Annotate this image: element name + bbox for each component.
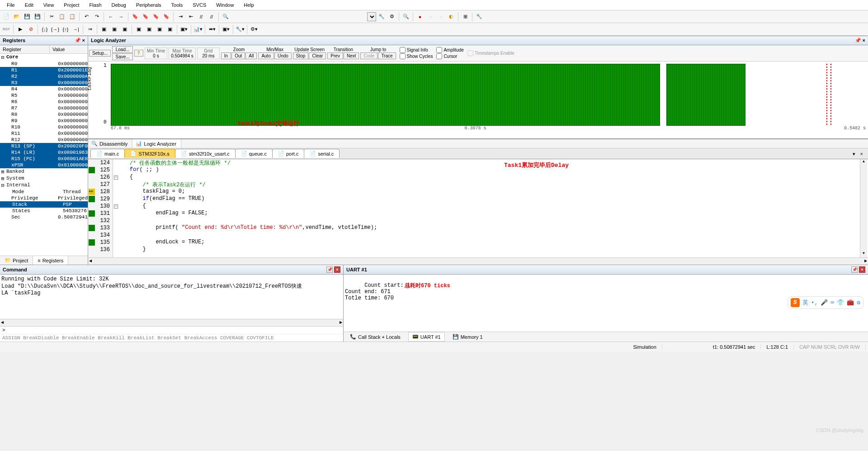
watch-window-icon[interactable]: ▣ [155, 24, 165, 34]
code-scrollbar-h[interactable]: ◀ ▶ [88, 257, 868, 265]
ime-toolbar[interactable]: S 英 •, 🎤 ⌨ 👕 🧰 ⚙ [788, 296, 863, 309]
disassembly-tab[interactable]: 🔍 Disassembly [88, 139, 132, 148]
stop-icon[interactable]: ⊘ [26, 24, 36, 34]
register-row[interactable]: R110x00000000 [0, 130, 88, 137]
register-row[interactable]: PrivilegePrivileged [0, 195, 88, 201]
file-tab-port[interactable]: 📄 port.c [272, 149, 305, 158]
logic-analyzer-tab[interactable]: 📊 Logic Analyzer [132, 139, 181, 148]
system-viewer-icon[interactable]: ▣▾ [221, 24, 231, 34]
run-icon[interactable]: ▶ [15, 24, 25, 34]
ime-lang[interactable]: 英 [802, 299, 808, 307]
command-output[interactable]: Running with Code Size Limit: 32K Load "… [0, 275, 343, 319]
la-amplitude-check[interactable]: Amplitude [436, 47, 463, 53]
uart-tab[interactable]: 📟 UART #1 [408, 332, 445, 342]
step-out-icon[interactable]: {↑} [61, 24, 71, 34]
debug-settings-icon[interactable]: ⚙▾ [249, 24, 259, 34]
uncomment-icon[interactable]: // [207, 12, 217, 22]
la-show-cycles-check[interactable]: Show Cycles [400, 53, 433, 59]
step-into-icon[interactable]: {↓} [40, 24, 50, 34]
nav-forward-icon[interactable]: → [116, 12, 126, 22]
la-stop-button[interactable]: Stop [293, 52, 309, 59]
la-save-button[interactable]: Save... [112, 53, 132, 60]
register-group[interactable]: ⊞Banked [0, 168, 88, 175]
la-code-button[interactable]: Code [360, 52, 377, 59]
la-cursor-check[interactable]: Cursor [436, 53, 463, 59]
reg-group-core[interactable]: ⊟Core [0, 54, 88, 61]
registers-window-icon[interactable]: ▣ [134, 24, 144, 34]
run-to-cursor-icon[interactable]: →| [71, 24, 81, 34]
la-help-button[interactable]: ? [134, 50, 143, 57]
debug-icon[interactable]: 🔍 [401, 12, 411, 22]
menu-help[interactable]: Help [239, 1, 259, 9]
register-row[interactable]: StackPSP [0, 201, 88, 208]
register-row[interactable]: R40x00000000 [0, 86, 88, 92]
project-tab[interactable]: 📁 Project [0, 256, 33, 265]
bookmark-icon[interactable]: 🔖 [130, 12, 140, 22]
register-row[interactable]: ModeThread [0, 189, 88, 195]
target-options-icon[interactable]: 🔧 [377, 12, 387, 22]
uart-output[interactable]: Count start: 1 Count end: 671 Totle time… [344, 275, 868, 332]
breakpoint-enable-icon[interactable]: ○ [425, 12, 435, 22]
register-row[interactable]: R30x00000080 [0, 80, 88, 86]
target-select[interactable] [367, 12, 376, 21]
breakpoint-disable-icon[interactable]: ○ [436, 12, 446, 22]
menu-file[interactable]: File [2, 1, 19, 9]
register-row[interactable]: R00x00000000 [0, 61, 88, 67]
ime-keyboard-icon[interactable]: ⌨ [830, 299, 834, 306]
save-icon[interactable]: 💾 [22, 12, 32, 22]
ime-settings-icon[interactable]: ⚙ [857, 299, 860, 306]
la-zoom-in-button[interactable]: In [221, 52, 231, 59]
code-editor[interactable]: 124125126-127128129130-13113213313413513… [88, 159, 868, 257]
register-row[interactable]: R70x00000000 [0, 105, 88, 111]
symbols-window-icon[interactable]: ▣ [120, 24, 130, 34]
register-row[interactable]: Sec0.50872941 [0, 214, 88, 220]
la-prev-button[interactable]: Prev [327, 52, 343, 59]
register-row[interactable]: R10x2000001E [0, 67, 88, 73]
uart-pin-icon[interactable]: 📌 [851, 266, 858, 273]
file-tab-serial[interactable]: 📄 serial.c [304, 149, 340, 158]
memory-tab[interactable]: 💾 Memory 1 [448, 332, 487, 342]
register-row[interactable]: R20x0000000A [0, 73, 88, 80]
menu-project[interactable]: Project [59, 1, 84, 9]
reg-header-name[interactable]: Register [0, 45, 50, 53]
menu-view[interactable]: View [39, 1, 59, 9]
register-row[interactable]: R80x00000000 [0, 111, 88, 118]
configure-icon[interactable]: 🔧 [474, 12, 484, 22]
disassembly-window-icon[interactable]: ▣ [109, 24, 119, 34]
outdent-icon[interactable]: ⇤ [186, 12, 196, 22]
breakpoint-kill-icon[interactable]: ◐ [446, 12, 456, 22]
uart-close-icon[interactable]: × [859, 266, 865, 273]
menu-peripherals[interactable]: Peripherals [132, 1, 166, 9]
file-tab-stm32f10x-s[interactable]: 📄 STM32F10x.s [124, 149, 175, 158]
register-row[interactable]: R13 (SP)0x200020F0 [0, 143, 88, 149]
save-all-icon[interactable]: 💾 [33, 12, 42, 22]
callstack-tab[interactable]: 📞 Call Stack + Locals [346, 332, 405, 342]
callstack-window-icon[interactable]: ▣ [144, 24, 154, 34]
registers-pin-icon[interactable]: 📌 × [75, 38, 85, 43]
code-content[interactable]: /* 任务函数的主体一般都是无限循环 */ for( ;; ) { /* 表示T… [113, 159, 868, 257]
file-tab-dropdown-icon[interactable]: ▾ [851, 151, 857, 157]
ime-user-icon[interactable]: 👕 [837, 299, 844, 306]
code-gutter[interactable]: 124125126-127128129130-13113213313413513… [88, 159, 113, 257]
ime-punct-icon[interactable]: •, [811, 299, 818, 306]
la-chart[interactable]: taskFlag 1 0 67.8 ms 0.3078 s 0.5482 s s… [88, 62, 868, 138]
ime-toolbox-icon[interactable]: 🧰 [847, 299, 854, 306]
sogou-icon[interactable]: S [791, 298, 800, 307]
la-zoom-all-button[interactable]: All [245, 52, 257, 59]
breakpoint-insert-icon[interactable]: ● [415, 12, 425, 22]
menu-svcs[interactable]: SVCS [188, 1, 211, 9]
undo-icon[interactable]: ↶ [81, 12, 91, 22]
register-group[interactable]: ⊟Internal [0, 182, 88, 189]
menu-debug[interactable]: Debug [107, 1, 131, 9]
file-tab-usart[interactable]: 📄 stm32f10x_usart.c [175, 149, 236, 158]
cut-icon[interactable]: ✂ [47, 12, 57, 22]
command-window-icon[interactable]: ▣ [99, 24, 109, 34]
serial-window-icon[interactable]: ▣▾ [179, 24, 189, 34]
open-file-icon[interactable]: 📂 [12, 12, 22, 22]
la-auto-button[interactable]: Auto [258, 52, 274, 59]
menu-flash[interactable]: Flash [85, 1, 106, 9]
ime-voice-icon[interactable]: 🎤 [821, 299, 828, 306]
bookmark-prev-icon[interactable]: 🔖 [141, 12, 151, 22]
register-row[interactable]: R100x00000000 [0, 124, 88, 130]
register-row[interactable]: R50x00000000 [0, 92, 88, 99]
